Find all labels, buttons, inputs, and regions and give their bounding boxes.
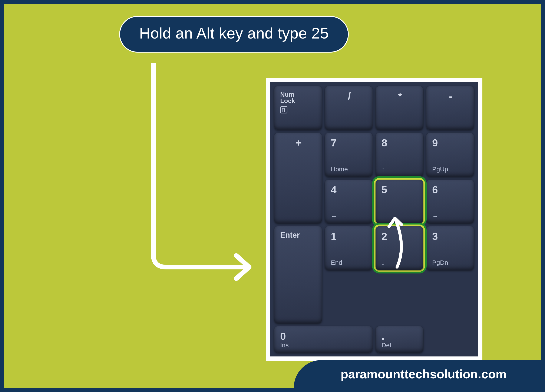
key-1[interactable]: 1 End [325, 226, 372, 270]
key-plus[interactable]: + [274, 133, 322, 223]
key-numlock[interactable]: Num Lock [274, 86, 322, 130]
key-7[interactable]: 7 Home [325, 133, 372, 176]
instruction-callout: Hold an Alt key and type 25 [119, 16, 349, 53]
key-5[interactable]: 5 [376, 180, 423, 223]
numpad: Num Lock / * - 7 Home 8 ↑ 9 PgUp + 4 [270, 82, 478, 356]
key-6[interactable]: 6 → [426, 180, 474, 223]
arrow-down-icon: ↓ [382, 260, 385, 266]
arrow-left-icon: ← [331, 213, 337, 219]
key-star[interactable]: * [376, 86, 423, 130]
footer-text: paramounttechsolution.com [341, 367, 507, 381]
key-8[interactable]: 8 ↑ [376, 133, 423, 176]
key-9[interactable]: 9 PgUp [426, 133, 474, 176]
key-2[interactable]: 2 ↓ [376, 226, 423, 270]
key-minus[interactable]: - [426, 86, 474, 130]
key-dot[interactable]: . Del [376, 326, 423, 353]
key-slash[interactable]: / [325, 86, 372, 130]
arrow-right-icon: → [432, 213, 439, 219]
footer-attribution: paramounttechsolution.com [294, 360, 541, 388]
key-3[interactable]: 3 PgDn [426, 226, 474, 270]
instruction-text: Hold an Alt key and type 25 [139, 25, 329, 42]
numlock-indicator-icon [280, 106, 287, 113]
diagram-canvas: Hold an Alt key and type 25 Num Lock / *… [0, 0, 545, 392]
key-0[interactable]: 0 Ins [274, 326, 372, 353]
key-enter[interactable]: Enter [274, 226, 322, 323]
numpad-image: Num Lock / * - 7 Home 8 ↑ 9 PgUp + 4 [266, 78, 483, 361]
pointer-arrow [147, 63, 266, 288]
key-4[interactable]: 4 ← [325, 180, 372, 223]
arrow-up-icon: ↑ [382, 166, 385, 173]
